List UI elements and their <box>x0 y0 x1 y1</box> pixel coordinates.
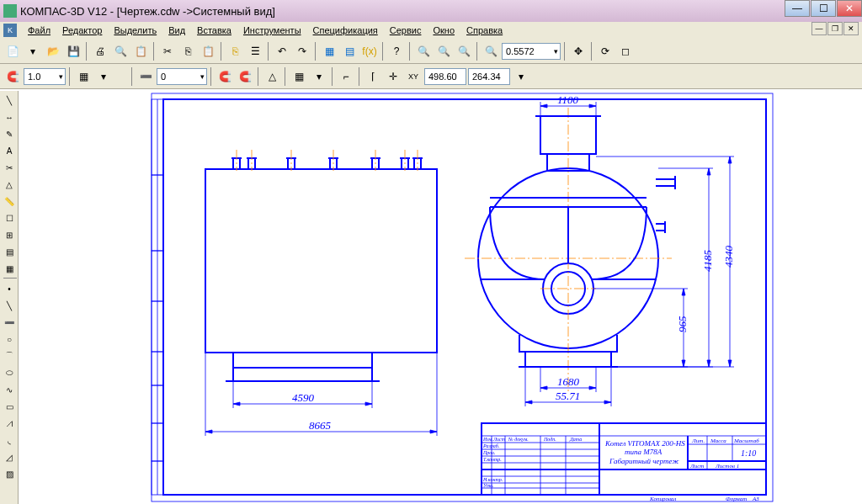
grid-button[interactable]: ▦ <box>290 67 308 86</box>
segment-button[interactable]: ➖ <box>2 315 17 330</box>
save-button[interactable]: 💾 <box>64 42 82 61</box>
svg-text:Утв.: Утв. <box>483 483 493 488</box>
edit-button[interactable]: ✂ <box>2 160 17 175</box>
redo-button[interactable]: ↷ <box>293 42 311 61</box>
dim-1680: 1680 <box>557 375 580 388</box>
new-doc-button[interactable]: 📄 <box>3 42 22 61</box>
menu-window[interactable]: Окно <box>427 24 460 37</box>
views-button[interactable]: ⊞ <box>2 227 17 242</box>
svg-text:Масштаб: Масштаб <box>733 438 759 444</box>
chamfer-button[interactable]: ◿ <box>2 449 17 464</box>
svg-text:Дата: Дата <box>569 437 582 442</box>
cut-button[interactable]: ✂ <box>158 42 177 61</box>
measure-button[interactable]: 📏 <box>2 194 17 209</box>
linestyle-icon: ➖ <box>136 67 155 86</box>
redraw-button[interactable]: ⟳ <box>596 42 615 61</box>
help-cursor-button[interactable]: ? <box>387 42 406 61</box>
app-icon <box>3 4 17 18</box>
new-dropdown-button[interactable]: ▾ <box>24 42 42 61</box>
attach-button[interactable]: 🧲 <box>3 67 22 86</box>
zoom-out-button[interactable]: 🔍 <box>414 42 433 61</box>
coord-x[interactable]: 498.60 <box>424 68 466 85</box>
maximize-button[interactable]: ☐ <box>811 0 836 17</box>
svg-text:Н.контр.: Н.контр. <box>482 477 503 482</box>
zoom-combo[interactable]: 0.5572 <box>502 43 561 60</box>
mdi-controls: — ❐ ✕ <box>811 22 859 35</box>
geometry-button[interactable]: ╲ <box>2 93 17 108</box>
paste-button[interactable]: 📋 <box>199 42 217 61</box>
params-button[interactable]: △ <box>2 177 17 192</box>
manager-button[interactable]: ▦ <box>320 42 338 61</box>
close-button[interactable]: ✕ <box>837 0 862 17</box>
rect-button[interactable]: ▭ <box>2 399 17 414</box>
menu-file[interactable]: Файл <box>22 24 56 37</box>
round-button[interactable]: ⌈ <box>364 67 382 86</box>
undo-button[interactable]: ↶ <box>273 42 291 61</box>
refresh-button[interactable]: ◻ <box>616 42 635 61</box>
menu-help[interactable]: Справка <box>460 24 508 37</box>
spline-button[interactable]: ∿ <box>2 382 17 397</box>
svg-text:Подп.: Подп. <box>543 437 556 442</box>
grid-dropdown[interactable]: ▾ <box>310 67 328 86</box>
menu-service[interactable]: Сервис <box>384 24 428 37</box>
properties-button[interactable]: ☰ <box>246 42 264 61</box>
polyline-button[interactable]: ⩘ <box>2 416 17 431</box>
compact-panel: ╲ ↔ ✎ A ✂ △ 📏 ☐ ⊞ ▤ ▦ • ╲ ➖ ○ ⌒ ⬭ ∿ ▭ ⩘ … <box>0 91 19 504</box>
style-combo[interactable]: 0 <box>157 68 207 85</box>
zoom-in-button[interactable]: 🔍 <box>482 42 500 61</box>
coord-y[interactable]: 264.34 <box>468 68 510 85</box>
circle-button[interactable]: ○ <box>2 332 17 347</box>
coord-dropdown[interactable]: ▾ <box>512 67 530 86</box>
menu-editor[interactable]: Редактор <box>56 24 108 37</box>
spec-button[interactable]: ▤ <box>2 244 17 259</box>
select-tools-button[interactable]: ☐ <box>2 210 17 225</box>
notation-button[interactable]: ✎ <box>2 126 17 141</box>
open-button[interactable]: 📂 <box>44 42 62 61</box>
hatch-button[interactable]: ▨ <box>2 466 17 481</box>
text-button[interactable]: A <box>2 143 17 158</box>
fillet-button[interactable]: ◟ <box>2 432 17 448</box>
print-button[interactable]: 🖨 <box>91 42 109 61</box>
drawing-area[interactable]: 4590 8665 <box>19 91 862 504</box>
menu-select[interactable]: Выделить <box>108 24 162 37</box>
svg-text:Формат: Формат <box>726 496 747 502</box>
tb-line3: Габаритный чертеж <box>609 457 679 465</box>
reports-button[interactable]: ▦ <box>2 261 17 276</box>
pan-button[interactable]: ✥ <box>569 42 588 61</box>
menu-insert[interactable]: Вставка <box>191 24 237 37</box>
line-aux-button[interactable]: ╲ <box>2 298 17 313</box>
copy-button[interactable]: ⎘ <box>178 42 197 61</box>
mdi-minimize-button[interactable]: — <box>811 22 827 35</box>
ellipse-button[interactable]: ⬭ <box>2 365 17 380</box>
print-preview-button[interactable]: 📋 <box>131 42 150 61</box>
menu-spec[interactable]: Спецификация <box>307 24 384 37</box>
zoom-prev-button[interactable]: 🔍 <box>455 42 473 61</box>
param-button[interactable]: △ <box>263 67 281 86</box>
window-controls: — ☐ ✕ <box>784 0 862 17</box>
dimension-button[interactable]: ↔ <box>2 109 17 125</box>
step-combo[interactable]: 1.0 <box>24 68 66 85</box>
function-button[interactable]: f(x) <box>360 42 379 61</box>
copy-props-button[interactable]: ⎘ <box>226 42 244 61</box>
snap-off-button[interactable]: 🧲 <box>236 67 254 86</box>
layers-button[interactable]: ▦ <box>74 67 93 86</box>
mdi-restore-button[interactable]: ❐ <box>827 22 843 35</box>
ortho-button[interactable]: ⌐ <box>337 67 355 86</box>
point-button[interactable]: • <box>2 281 17 296</box>
current-state-toolbar: 🧲 1.0 ▦ ▾ ➖ 0 🧲 🧲 △ ▦ ▾ ⌐ ⌈ ✛ XY 498.60 … <box>0 64 862 89</box>
svg-text:1:10: 1:10 <box>741 448 756 458</box>
arc-button[interactable]: ⌒ <box>2 348 17 363</box>
preview-button[interactable]: 🔍 <box>111 42 130 61</box>
menu-tools[interactable]: Инструменты <box>237 24 307 37</box>
layers-dropdown[interactable]: ▾ <box>94 67 113 86</box>
svg-text:Листов 1: Листов 1 <box>715 463 739 470</box>
snap-button[interactable]: 🧲 <box>216 67 234 86</box>
variables-button[interactable]: ▤ <box>340 42 359 61</box>
drawing-canvas[interactable]: 4590 8665 <box>19 91 862 504</box>
zoom-window-button[interactable]: 🔍 <box>434 42 453 61</box>
minimize-button[interactable]: — <box>785 0 810 17</box>
dim-8665: 8665 <box>309 419 332 432</box>
local-cs-button[interactable]: ✛ <box>384 67 402 86</box>
mdi-close-button[interactable]: ✕ <box>843 22 859 35</box>
menu-view[interactable]: Вид <box>162 24 191 37</box>
